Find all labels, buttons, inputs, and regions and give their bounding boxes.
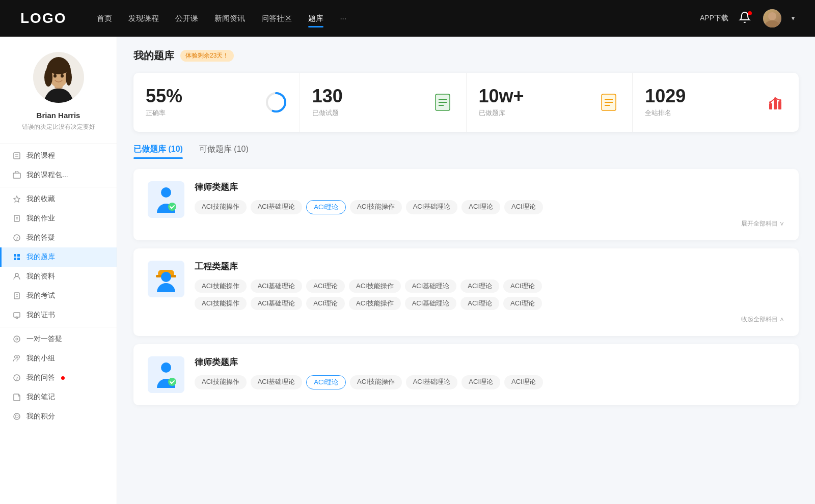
tag-3-2[interactable]: ACI基础理论 [251, 375, 303, 389]
stats-row: 55% 正确率 130 已做试题 [133, 73, 799, 132]
homework-icon [12, 214, 21, 223]
sidebar-item-exam[interactable]: 我的考试 [0, 286, 117, 305]
logo: LOGO [20, 10, 66, 26]
tag-2-6[interactable]: ACI理论 [460, 279, 499, 293]
qbank-info-3: 律师类题库 ACI技能操作 ACI基础理论 ACI理论 ACI技能操作 ACI基… [195, 356, 784, 389]
tag-3-1[interactable]: ACI技能操作 [195, 375, 247, 389]
tab-available-banks[interactable]: 可做题库 (10) [199, 144, 249, 159]
tag-2-9[interactable]: ACI基础理论 [251, 297, 303, 310]
tag-2-1[interactable]: ACI技能操作 [195, 279, 247, 293]
user-name: Brian Harris [37, 111, 80, 120]
divider-top [0, 144, 117, 144]
sidebar-item-one-on-one[interactable]: 一对一答疑 [0, 329, 117, 349]
svg-point-61 [168, 378, 176, 386]
app-download-button[interactable]: APP下载 [700, 14, 728, 23]
nav-news[interactable]: 新闻资讯 [214, 12, 245, 25]
tag-2-11[interactable]: ACI技能操作 [349, 297, 401, 310]
rank-icon [764, 91, 786, 114]
nav-discover[interactable]: 发现课程 [128, 12, 159, 25]
tag-1-6[interactable]: ACI理论 [461, 200, 500, 214]
user-avatar[interactable] [763, 9, 781, 27]
notes-icon [12, 393, 21, 402]
user-motto: 错误的决定比没有决定要好 [14, 123, 103, 131]
notification-bell[interactable] [739, 11, 753, 25]
tag-2-12[interactable]: ACI基础理论 [405, 297, 457, 310]
sidebar-item-course-package[interactable]: 我的课程包... [0, 165, 117, 185]
sidebar-item-certificate[interactable]: 我的证书 [0, 305, 117, 325]
sidebar-item-profile[interactable]: 我的资料 [0, 267, 117, 286]
tag-1-2[interactable]: ACI基础理论 [251, 200, 303, 214]
tag-1-5[interactable]: ACI基础理论 [406, 200, 458, 214]
tag-1-4[interactable]: ACI技能操作 [350, 200, 402, 214]
course-package-icon [12, 171, 21, 180]
svg-point-59 [161, 272, 171, 282]
sidebar-item-homework[interactable]: 我的作业 [0, 209, 117, 228]
tag-1-1[interactable]: ACI技能操作 [195, 200, 247, 214]
favorites-label: 我的收藏 [26, 194, 55, 204]
nav-opencourse[interactable]: 公开课 [175, 12, 198, 25]
tag-3-3[interactable]: ACI理论 [306, 375, 346, 389]
qbank-title-3: 律师类题库 [195, 356, 784, 368]
tag-2-7[interactable]: ACI理论 [503, 279, 542, 293]
expand-btn-1[interactable]: 展开全部科目 ∨ [195, 219, 784, 228]
tag-1-3[interactable]: ACI理论 [306, 200, 346, 214]
done-questions-icon [431, 91, 454, 114]
tag-2-13[interactable]: ACI理论 [460, 297, 499, 310]
svg-point-37 [14, 413, 20, 419]
exam-label: 我的考试 [26, 291, 55, 300]
sidebar-item-favorites[interactable]: 我的收藏 [0, 189, 117, 209]
sidebar-item-qa[interactable]: ? 我的答疑 [0, 228, 117, 247]
nav-home[interactable]: 首页 [97, 12, 112, 25]
sidebar-item-my-courses[interactable]: 我的课程 [0, 146, 117, 165]
stat-accuracy-label: 正确率 [146, 108, 257, 118]
qa-label: 我的答疑 [26, 233, 55, 242]
svg-marker-15 [14, 196, 20, 202]
main-content: 我的题库 体验剩余23天！ 55% 正确率 [117, 37, 815, 504]
certificate-label: 我的证书 [26, 311, 55, 320]
sidebar-avatar [33, 52, 84, 103]
tab-done-banks[interactable]: 已做题库 (10) [133, 144, 183, 159]
sidebar-item-notes[interactable]: 我的笔记 [0, 387, 117, 407]
sidebar-item-group[interactable]: 我的小组 [0, 349, 117, 368]
svg-point-56 [168, 203, 176, 211]
profile-icon [12, 272, 21, 281]
user-menu-chevron[interactable]: ▾ [792, 15, 795, 22]
nav-more[interactable]: ··· [340, 12, 346, 25]
tag-3-4[interactable]: ACI技能操作 [350, 375, 402, 389]
stat-done-banks: 10w+ 已做题库 [467, 73, 633, 132]
tag-2-14[interactable]: ACI理论 [503, 297, 542, 310]
collapse-btn-2[interactable]: 收起全部科目 ∧ [195, 315, 784, 324]
sidebar-item-qbank[interactable]: 我的题库 [0, 247, 117, 267]
qbank-label: 我的题库 [26, 253, 55, 262]
tag-2-2[interactable]: ACI基础理论 [251, 279, 303, 293]
qbank-tags-3: ACI技能操作 ACI基础理论 ACI理论 ACI技能操作 ACI基础理论 AC… [195, 375, 784, 389]
tag-2-4[interactable]: ACI技能操作 [349, 279, 401, 293]
navbar-right: APP下载 ▾ [700, 9, 795, 27]
qbank-icon [12, 253, 21, 262]
nav-qa[interactable]: 问答社区 [261, 12, 292, 25]
tag-1-7[interactable]: ACI理论 [504, 200, 543, 214]
svg-point-53 [774, 97, 776, 99]
sidebar-menu: 我的课程 我的课程包... 我的收藏 我的作业 [0, 146, 117, 426]
svg-rect-21 [14, 254, 16, 257]
svg-point-30 [16, 317, 18, 319]
tag-2-10[interactable]: ACI理论 [306, 297, 345, 310]
tag-2-5[interactable]: ACI基础理论 [405, 279, 457, 293]
svg-point-34 [17, 356, 20, 358]
main-layout: Brian Harris 错误的决定比没有决定要好 我的课程 我的课程包... [0, 37, 815, 504]
sidebar-item-my-qa[interactable]: ? 我的问答 [0, 368, 117, 387]
svg-rect-51 [778, 101, 781, 109]
tag-2-3[interactable]: ACI理论 [306, 279, 345, 293]
tag-3-6[interactable]: ACI理论 [461, 375, 500, 389]
sidebar-item-points[interactable]: 我的积分 [0, 407, 117, 426]
trial-badge: 体验剩余23天！ [180, 50, 234, 62]
stat-done-questions-label: 已做试题 [312, 108, 423, 118]
stat-rank: 1029 全站排名 [633, 73, 799, 132]
stat-done-questions-text: 130 已做试题 [312, 87, 423, 118]
tag-3-7[interactable]: ACI理论 [504, 375, 543, 389]
tag-3-5[interactable]: ACI基础理论 [406, 375, 458, 389]
svg-rect-16 [14, 215, 19, 221]
nav-qbank[interactable]: 题库 [308, 12, 323, 25]
tag-2-8[interactable]: ACI技能操作 [195, 297, 247, 310]
svg-point-1 [765, 20, 779, 27]
